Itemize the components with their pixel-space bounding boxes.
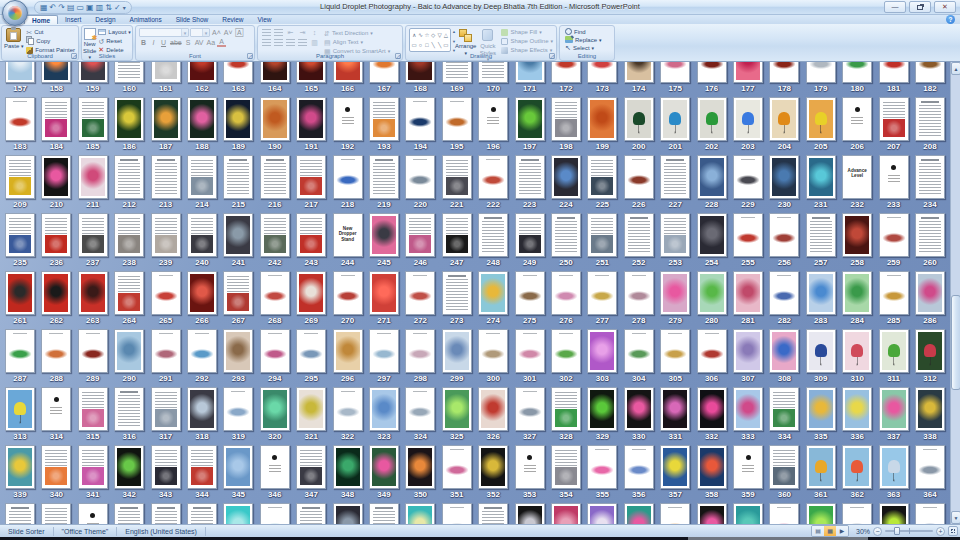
slide-thumbnail[interactable]	[915, 329, 945, 373]
slide-thumbnail[interactable]	[587, 97, 617, 141]
bold-button[interactable]: B	[139, 38, 148, 47]
slide-thumbnail[interactable]	[587, 387, 617, 431]
text-direction-button[interactable]: ⇵Text Direction▾	[322, 29, 392, 37]
slide-thumbnail[interactable]	[114, 387, 144, 431]
slide-thumbnail[interactable]	[478, 271, 508, 315]
slide-thumbnail[interactable]	[660, 97, 690, 141]
slide-thumbnail[interactable]	[697, 271, 727, 315]
slide-thumbnail[interactable]	[587, 445, 617, 489]
shape-glyph[interactable]: ○	[419, 42, 422, 48]
slide-thumbnail[interactable]	[41, 271, 71, 315]
slide-thumbnail[interactable]	[78, 97, 108, 141]
slide-thumbnail[interactable]	[806, 329, 836, 373]
slide-thumbnail[interactable]	[223, 329, 253, 373]
slide-thumbnail[interactable]	[733, 329, 763, 373]
slide-thumbnail[interactable]	[515, 97, 545, 141]
slide-thumbnail[interactable]	[733, 271, 763, 315]
slide-thumbnail[interactable]	[296, 329, 326, 373]
slide-thumbnail[interactable]	[114, 503, 144, 524]
slide-thumbnail[interactable]	[515, 445, 545, 489]
slide-thumbnail[interactable]	[842, 445, 872, 489]
slide-thumbnail[interactable]	[515, 503, 545, 524]
slide-thumbnail[interactable]	[515, 387, 545, 431]
shape-glyph[interactable]: ╲	[438, 42, 441, 48]
slide-thumbnail[interactable]	[333, 503, 363, 524]
office-button[interactable]	[2, 0, 28, 26]
slide-thumbnail[interactable]	[842, 329, 872, 373]
slide-thumbnail[interactable]	[296, 213, 326, 257]
slide-thumbnail[interactable]	[151, 503, 181, 524]
slide-thumbnail[interactable]	[369, 445, 399, 489]
slide-thumbnail[interactable]	[769, 97, 799, 141]
slide-thumbnail[interactable]	[515, 213, 545, 257]
slide-thumbnail[interactable]	[369, 213, 399, 257]
slide-thumbnail[interactable]	[405, 271, 435, 315]
slide-thumbnail[interactable]	[478, 445, 508, 489]
slide-thumbnail[interactable]	[697, 213, 727, 257]
help-button[interactable]: ?	[946, 15, 955, 24]
tab-home[interactable]: Home	[24, 15, 58, 24]
slide-thumbnail[interactable]	[223, 155, 253, 199]
slide-thumbnail[interactable]	[478, 97, 508, 141]
slide-thumbnail[interactable]	[879, 271, 909, 315]
slide-thumbnail[interactable]	[551, 155, 581, 199]
slide-thumbnail[interactable]	[879, 329, 909, 373]
grow-font-button[interactable]: A˄	[211, 28, 222, 37]
slide-thumbnail[interactable]	[151, 213, 181, 257]
slide-thumbnail[interactable]	[405, 387, 435, 431]
slide-thumbnail[interactable]	[842, 387, 872, 431]
scroll-up-arrow[interactable]: ▲	[951, 62, 960, 75]
slide-thumbnail[interactable]	[296, 503, 326, 524]
shapes-gallery-scroll[interactable]: ▲▼▼	[451, 29, 457, 53]
slide-thumbnail[interactable]	[78, 387, 108, 431]
slide-thumbnail[interactable]	[5, 97, 35, 141]
slide-thumbnail[interactable]	[587, 213, 617, 257]
slide-thumbnail[interactable]	[806, 387, 836, 431]
slide-thumbnail[interactable]	[624, 329, 654, 373]
slide-thumbnail[interactable]	[478, 213, 508, 257]
slide-thumbnail[interactable]	[733, 155, 763, 199]
slide-thumbnail[interactable]	[151, 445, 181, 489]
shape-glyph[interactable]: □	[425, 42, 428, 48]
slide-thumbnail[interactable]	[260, 62, 290, 83]
slide-thumbnail[interactable]	[78, 213, 108, 257]
shape-glyph[interactable]: ╲	[432, 42, 435, 48]
slide-thumbnail[interactable]	[41, 62, 71, 83]
slide-thumbnail[interactable]	[879, 213, 909, 257]
slide-thumbnail[interactable]	[769, 155, 799, 199]
shape-glyph[interactable]: ◇	[431, 32, 435, 38]
slide-thumbnail[interactable]	[5, 271, 35, 315]
slide-thumbnail[interactable]	[260, 271, 290, 315]
slide-thumbnail[interactable]: Advance Level	[842, 155, 872, 199]
slide-thumbnail[interactable]	[697, 155, 727, 199]
slide-thumbnail[interactable]	[260, 387, 290, 431]
slide-thumbnail[interactable]	[879, 62, 909, 83]
line-spacing-button[interactable]: ↕	[309, 28, 320, 37]
slide-thumbnail[interactable]	[915, 271, 945, 315]
clipboard-dialog-launcher[interactable]: ◿	[71, 53, 77, 59]
slide-thumbnail[interactable]	[187, 329, 217, 373]
slide-thumbnail[interactable]	[5, 155, 35, 199]
slide-thumbnail[interactable]	[442, 155, 472, 199]
clear-formatting-button[interactable]: 🄰	[235, 28, 245, 37]
tab-design[interactable]: Design	[88, 15, 122, 24]
font-size-combo[interactable]: ▾	[190, 28, 210, 37]
slide-thumbnail[interactable]	[369, 329, 399, 373]
slide-thumbnail[interactable]	[733, 62, 763, 83]
slide-thumbnail[interactable]	[442, 213, 472, 257]
slide-thumbnail[interactable]	[5, 329, 35, 373]
slide-thumbnail[interactable]	[551, 62, 581, 83]
slide-thumbnail[interactable]	[879, 155, 909, 199]
slide-thumbnail[interactable]	[478, 387, 508, 431]
slide-thumbnail[interactable]	[114, 155, 144, 199]
shape-outline-button[interactable]: Shape Outline▾	[499, 37, 555, 45]
slide-thumbnail[interactable]	[769, 387, 799, 431]
redo-icon[interactable]: ↷	[58, 4, 65, 12]
print-preview-icon[interactable]: ▤	[67, 4, 75, 12]
slide-thumbnail[interactable]	[187, 213, 217, 257]
reset-button[interactable]: ↺Reset	[96, 37, 133, 45]
slide-thumbnail[interactable]	[78, 329, 108, 373]
slide-thumbnail[interactable]	[260, 329, 290, 373]
slide-thumbnail[interactable]	[151, 329, 181, 373]
slide-thumbnail[interactable]	[260, 503, 290, 524]
